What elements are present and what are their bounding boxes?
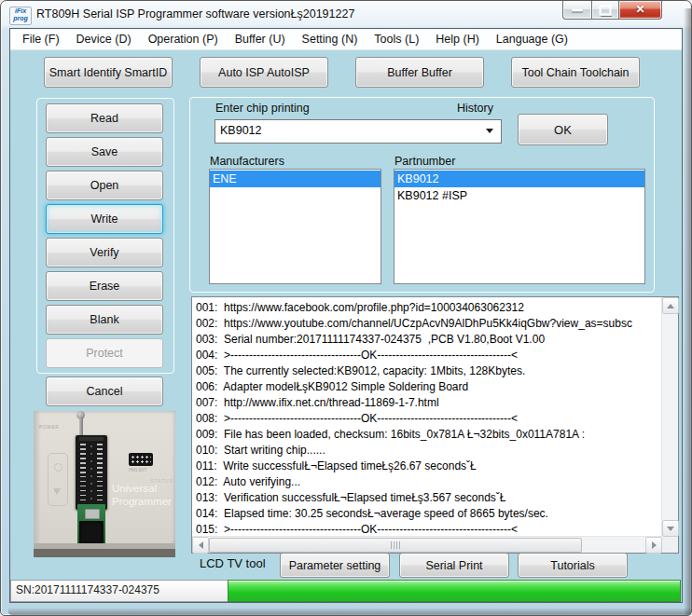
menu-item-buffer-u[interactable]: Buffer (U) [227, 29, 294, 49]
device-brand-text: Universal Programmer [112, 482, 175, 508]
partnumber-item[interactable]: KB9012 #ISP [394, 187, 644, 204]
photo-shading [34, 411, 41, 544]
scroll-down-button[interactable] [662, 520, 679, 537]
protect-button: Protect [46, 338, 163, 368]
minimize-button[interactable] [562, 1, 592, 20]
title-bar[interactable]: iFix prog RT809H Serial ISP Programmer s… [1, 1, 691, 28]
menu-item-tools-l[interactable]: Tools (L) [366, 29, 427, 49]
log-line: 004: >----------------------------------… [196, 348, 662, 363]
log-line: 013: Verification successfulŁ¬Elapsed ti… [196, 490, 662, 506]
log-line: 008: >----------------------------------… [196, 411, 662, 427]
progress-bar [228, 580, 681, 602]
ext-header-label: HM1 EXT [129, 468, 147, 472]
cancel-button[interactable]: Cancel [46, 376, 163, 406]
brand-line2: Programmer [112, 495, 175, 508]
zif-pin-slots-right [97, 444, 103, 502]
log-area[interactable]: 001: https://www.facebook.com/profile.ph… [191, 296, 679, 554]
menu-bar: File (F)Device (D)Operation (P)Buffer (U… [10, 29, 682, 50]
chip-input-label: Enter chip printing [215, 102, 310, 115]
open-button[interactable]: Open [46, 171, 163, 200]
erase-button[interactable]: Erase [46, 271, 163, 301]
manufacturers-label: Manufacturers [210, 155, 284, 168]
lcd-tv-tool-label: LCD TV tool [200, 556, 266, 570]
log-line: 010: Start writing chip...... [196, 443, 662, 459]
scroll-up-button[interactable] [662, 297, 679, 314]
smart-identify-smartid-button[interactable]: Smart Identify SmartID [44, 57, 173, 88]
log-line: 002: https://www.youtube.com/channel/UCz… [196, 316, 662, 332]
menu-item-setting-n[interactable]: Setting (N) [294, 29, 367, 49]
menu-item-language-g[interactable]: Language (G) [488, 29, 576, 49]
window-title: RT809H Serial ISP Programmer software ve… [36, 1, 354, 27]
ext-header-connector-icon [129, 453, 153, 466]
logo-text-top: iFix [10, 7, 31, 15]
serial-print-button[interactable]: Serial Print [399, 553, 509, 578]
log-vertical-scrollbar[interactable] [661, 297, 678, 537]
app-logo-icon: iFix prog [9, 7, 32, 25]
brand-line1: Universal [112, 482, 175, 495]
chevron-down-icon[interactable] [486, 129, 493, 137]
log-line: 009: File has been loaded, checksum: 16b… [196, 427, 662, 443]
menu-item-file-f[interactable]: File (F) [14, 29, 68, 49]
write-button[interactable]: Write [46, 204, 163, 234]
close-icon: ✕ [619, 1, 661, 19]
partnumber-list[interactable]: KB9012KB9012 #ISP [394, 169, 645, 284]
partnumber-item[interactable]: KB9012 [394, 171, 644, 187]
tutorials-button[interactable]: Tutorials [518, 553, 628, 578]
log-line: 005: The currently selected:KB9012, capa… [196, 363, 662, 379]
pcb-component-icon [85, 509, 100, 519]
manufacturer-item[interactable]: ENE [210, 171, 381, 187]
progress-fill [228, 581, 680, 601]
log-line: 014: Elapsed time: 30.25 secondsŁ¬averag… [196, 506, 662, 522]
log-line: 011: Write successfulŁ¬Elapsed timeŁş26.… [196, 459, 662, 474]
scrollbar-corner [662, 537, 678, 553]
partnumber-label: Partnumber [394, 155, 455, 168]
scroll-grip-icon [391, 541, 400, 549]
chip-combobox[interactable]: KB9012 [215, 119, 502, 144]
read-button[interactable]: Read [46, 103, 163, 133]
parameter-setting-button[interactable]: Parameter setting [280, 553, 390, 578]
programmer-photo: POWER HM1 EXT STATUS Universal Programme… [34, 411, 175, 557]
menu-item-operation-p[interactable]: Operation (P) [140, 29, 227, 49]
ok-button[interactable]: OK [518, 114, 608, 145]
chip-combobox-value: KB9012 [215, 120, 501, 141]
power-label: POWER [39, 424, 59, 430]
logo-text-bottom: prog [10, 15, 31, 22]
scroll-right-button[interactable] [645, 537, 662, 554]
app-window: iFix prog RT809H Serial ISP Programmer s… [0, 0, 692, 616]
maximize-button[interactable] [592, 1, 619, 20]
log-line: 006: Adapter modelŁşKB9012 Simple Solder… [196, 379, 662, 395]
blank-button[interactable]: Blank [46, 305, 163, 335]
zif-pin-slots-left [80, 444, 86, 502]
menu-item-device-d[interactable]: Device (D) [68, 29, 140, 49]
scroll-left-button[interactable] [192, 537, 209, 554]
close-button[interactable]: ✕ [619, 1, 662, 20]
arrow-right-icon [652, 541, 660, 549]
tool-chain-toolchain-button[interactable]: Tool Chain Toolchain [511, 57, 640, 88]
arrow-up-icon [667, 300, 674, 308]
buffer-buffer-button[interactable]: Buffer Buffer [355, 57, 484, 88]
power-switch-icon [48, 453, 68, 506]
auto-isp-autoisp-button[interactable]: Auto ISP AutoISP [200, 57, 328, 88]
verify-button[interactable]: Verify [46, 238, 163, 267]
horizontal-scroll-thumb[interactable] [209, 538, 582, 553]
zif-lever-icon [79, 417, 83, 437]
client-area: File (F)Device (D)Operation (P)Buffer (U… [9, 28, 683, 603]
log-line: 001: https://www.facebook.com/profile.ph… [196, 300, 662, 316]
device-shadow [34, 549, 175, 557]
arrow-left-icon [195, 541, 203, 549]
log-line: 012: Auto verifying... [196, 474, 662, 490]
serial-number-panel: SN:20171111174337-024375 [10, 580, 232, 602]
zif-socket-icon [76, 435, 107, 510]
log-line: 015: >----------------------------------… [196, 522, 662, 537]
maximize-icon [600, 5, 612, 15]
log-line: 007: http://www.ifix.net.cn/thread-11869… [196, 395, 662, 411]
minimize-icon [572, 9, 583, 12]
pcb-chip-icon [79, 521, 104, 544]
save-button[interactable]: Save [46, 137, 163, 167]
history-label: History [457, 102, 493, 115]
log-horizontal-scrollbar[interactable] [192, 536, 662, 553]
adapter-pcb-icon [77, 504, 105, 548]
menu-item-help-h[interactable]: Help (H) [427, 29, 488, 49]
manufacturers-list[interactable]: ENE [209, 169, 381, 284]
arrow-down-icon [667, 527, 674, 535]
